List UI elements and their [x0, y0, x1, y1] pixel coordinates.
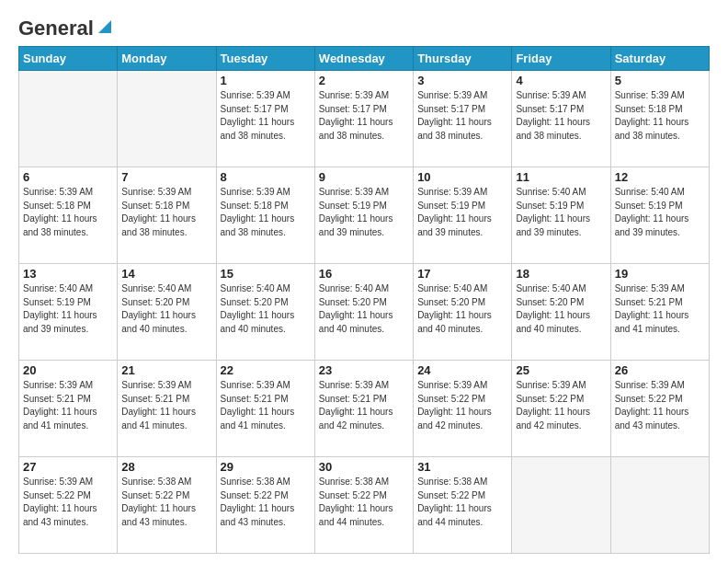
day-info: Sunrise: 5:40 AM Sunset: 5:20 PM Dayligh… [221, 282, 311, 336]
calendar-cell: 1Sunrise: 5:39 AM Sunset: 5:17 PM Daylig… [216, 71, 314, 167]
day-number: 9 [319, 170, 409, 184]
calendar-cell: 15Sunrise: 5:40 AM Sunset: 5:20 PM Dayli… [216, 264, 314, 361]
day-number: 10 [417, 170, 507, 184]
day-number: 27 [23, 460, 113, 474]
day-number: 21 [121, 363, 211, 377]
calendar-cell: 14Sunrise: 5:40 AM Sunset: 5:20 PM Dayli… [118, 264, 216, 361]
calendar-cell: 17Sunrise: 5:40 AM Sunset: 5:20 PM Dayli… [414, 264, 512, 361]
calendar-week-row: 20Sunrise: 5:39 AM Sunset: 5:21 PM Dayli… [19, 361, 710, 457]
day-number: 19 [615, 267, 705, 281]
day-number: 6 [23, 170, 113, 184]
calendar-cell [118, 71, 216, 167]
day-info: Sunrise: 5:39 AM Sunset: 5:18 PM Dayligh… [121, 186, 211, 239]
day-info: Sunrise: 5:39 AM Sunset: 5:17 PM Dayligh… [319, 89, 409, 143]
day-of-week-header: Monday [118, 47, 216, 71]
calendar-cell: 22Sunrise: 5:39 AM Sunset: 5:21 PM Dayli… [216, 361, 314, 457]
day-info: Sunrise: 5:39 AM Sunset: 5:21 PM Dayligh… [319, 379, 409, 432]
day-info: Sunrise: 5:39 AM Sunset: 5:17 PM Dayligh… [417, 89, 507, 143]
day-number: 31 [417, 460, 507, 474]
day-info: Sunrise: 5:39 AM Sunset: 5:18 PM Dayligh… [221, 186, 311, 239]
day-info: Sunrise: 5:39 AM Sunset: 5:22 PM Dayligh… [417, 379, 507, 432]
day-info: Sunrise: 5:40 AM Sunset: 5:19 PM Dayligh… [615, 186, 705, 239]
day-info: Sunrise: 5:39 AM Sunset: 5:21 PM Dayligh… [121, 379, 211, 432]
calendar-week-row: 1Sunrise: 5:39 AM Sunset: 5:17 PM Daylig… [19, 71, 710, 167]
day-number: 17 [417, 267, 507, 281]
day-info: Sunrise: 5:40 AM Sunset: 5:20 PM Dayligh… [121, 282, 211, 336]
day-info: Sunrise: 5:39 AM Sunset: 5:18 PM Dayligh… [23, 186, 113, 239]
calendar-cell: 23Sunrise: 5:39 AM Sunset: 5:21 PM Dayli… [314, 361, 413, 457]
calendar-cell: 29Sunrise: 5:38 AM Sunset: 5:22 PM Dayli… [216, 457, 314, 554]
calendar-cell: 18Sunrise: 5:40 AM Sunset: 5:20 PM Dayli… [512, 264, 610, 361]
day-of-week-header: Saturday [610, 47, 709, 71]
calendar-cell: 20Sunrise: 5:39 AM Sunset: 5:21 PM Dayli… [19, 361, 118, 457]
calendar-cell: 9Sunrise: 5:39 AM Sunset: 5:19 PM Daylig… [314, 167, 413, 264]
calendar-cell: 30Sunrise: 5:38 AM Sunset: 5:22 PM Dayli… [314, 457, 413, 554]
day-number: 4 [516, 74, 606, 87]
day-info: Sunrise: 5:39 AM Sunset: 5:19 PM Dayligh… [417, 186, 507, 239]
calendar-cell: 11Sunrise: 5:40 AM Sunset: 5:19 PM Dayli… [512, 167, 610, 264]
logo: General [18, 17, 111, 37]
day-number: 2 [319, 74, 409, 87]
calendar-cell [512, 457, 610, 554]
day-number: 13 [23, 267, 113, 281]
day-number: 28 [121, 460, 211, 474]
day-info: Sunrise: 5:40 AM Sunset: 5:20 PM Dayligh… [516, 282, 606, 336]
day-of-week-header: Tuesday [216, 47, 314, 71]
day-info: Sunrise: 5:39 AM Sunset: 5:17 PM Dayligh… [221, 89, 311, 143]
day-number: 3 [417, 74, 507, 87]
day-number: 7 [121, 170, 211, 184]
calendar-week-row: 27Sunrise: 5:39 AM Sunset: 5:22 PM Dayli… [19, 457, 710, 554]
day-number: 5 [615, 74, 705, 87]
calendar-cell: 31Sunrise: 5:38 AM Sunset: 5:22 PM Dayli… [414, 457, 512, 554]
day-number: 23 [319, 363, 409, 377]
day-info: Sunrise: 5:40 AM Sunset: 5:20 PM Dayligh… [319, 282, 409, 336]
day-number: 24 [417, 363, 507, 377]
day-info: Sunrise: 5:39 AM Sunset: 5:21 PM Dayligh… [23, 379, 113, 432]
day-number: 11 [516, 170, 606, 184]
day-info: Sunrise: 5:38 AM Sunset: 5:22 PM Dayligh… [221, 476, 311, 529]
calendar-cell: 6Sunrise: 5:39 AM Sunset: 5:18 PM Daylig… [19, 167, 118, 264]
day-info: Sunrise: 5:40 AM Sunset: 5:19 PM Dayligh… [516, 186, 606, 239]
calendar-table: SundayMondayTuesdayWednesdayThursdayFrid… [18, 46, 710, 554]
day-info: Sunrise: 5:39 AM Sunset: 5:22 PM Dayligh… [615, 379, 705, 432]
day-number: 18 [516, 267, 606, 281]
day-number: 15 [221, 267, 311, 281]
calendar-cell: 8Sunrise: 5:39 AM Sunset: 5:18 PM Daylig… [216, 167, 314, 264]
calendar-header-row: SundayMondayTuesdayWednesdayThursdayFrid… [19, 47, 710, 71]
day-number: 29 [221, 460, 311, 474]
day-number: 30 [319, 460, 409, 474]
day-info: Sunrise: 5:39 AM Sunset: 5:22 PM Dayligh… [23, 476, 113, 529]
day-info: Sunrise: 5:40 AM Sunset: 5:19 PM Dayligh… [23, 282, 113, 336]
svg-marker-0 [98, 20, 111, 33]
day-number: 12 [615, 170, 705, 184]
day-info: Sunrise: 5:39 AM Sunset: 5:22 PM Dayligh… [516, 379, 606, 432]
day-info: Sunrise: 5:38 AM Sunset: 5:22 PM Dayligh… [121, 476, 211, 529]
day-info: Sunrise: 5:39 AM Sunset: 5:21 PM Dayligh… [615, 282, 705, 336]
calendar-cell: 24Sunrise: 5:39 AM Sunset: 5:22 PM Dayli… [414, 361, 512, 457]
calendar-cell: 3Sunrise: 5:39 AM Sunset: 5:17 PM Daylig… [414, 71, 512, 167]
calendar-cell: 21Sunrise: 5:39 AM Sunset: 5:21 PM Dayli… [118, 361, 216, 457]
day-of-week-header: Wednesday [314, 47, 413, 71]
calendar-cell: 2Sunrise: 5:39 AM Sunset: 5:17 PM Daylig… [314, 71, 413, 167]
logo-general: General [18, 17, 94, 40]
day-number: 1 [221, 74, 311, 87]
calendar-week-row: 13Sunrise: 5:40 AM Sunset: 5:19 PM Dayli… [19, 264, 710, 361]
calendar-week-row: 6Sunrise: 5:39 AM Sunset: 5:18 PM Daylig… [19, 167, 710, 264]
day-info: Sunrise: 5:38 AM Sunset: 5:22 PM Dayligh… [417, 476, 507, 529]
calendar-cell: 16Sunrise: 5:40 AM Sunset: 5:20 PM Dayli… [314, 264, 413, 361]
header: General [18, 17, 710, 37]
calendar-cell: 26Sunrise: 5:39 AM Sunset: 5:22 PM Dayli… [610, 361, 709, 457]
day-number: 20 [23, 363, 113, 377]
calendar-cell: 5Sunrise: 5:39 AM Sunset: 5:18 PM Daylig… [610, 71, 709, 167]
day-of-week-header: Sunday [19, 47, 118, 71]
day-number: 14 [121, 267, 211, 281]
page: General SundayMondayTuesdayWednesdayThur… [0, 0, 728, 563]
day-info: Sunrise: 5:38 AM Sunset: 5:22 PM Dayligh… [319, 476, 409, 529]
day-number: 22 [221, 363, 311, 377]
day-info: Sunrise: 5:39 AM Sunset: 5:21 PM Dayligh… [221, 379, 311, 432]
calendar-cell: 4Sunrise: 5:39 AM Sunset: 5:17 PM Daylig… [512, 71, 610, 167]
calendar-cell: 13Sunrise: 5:40 AM Sunset: 5:19 PM Dayli… [19, 264, 118, 361]
day-of-week-header: Thursday [414, 47, 512, 71]
calendar-cell: 27Sunrise: 5:39 AM Sunset: 5:22 PM Dayli… [19, 457, 118, 554]
logo-triangle-icon [95, 18, 111, 35]
